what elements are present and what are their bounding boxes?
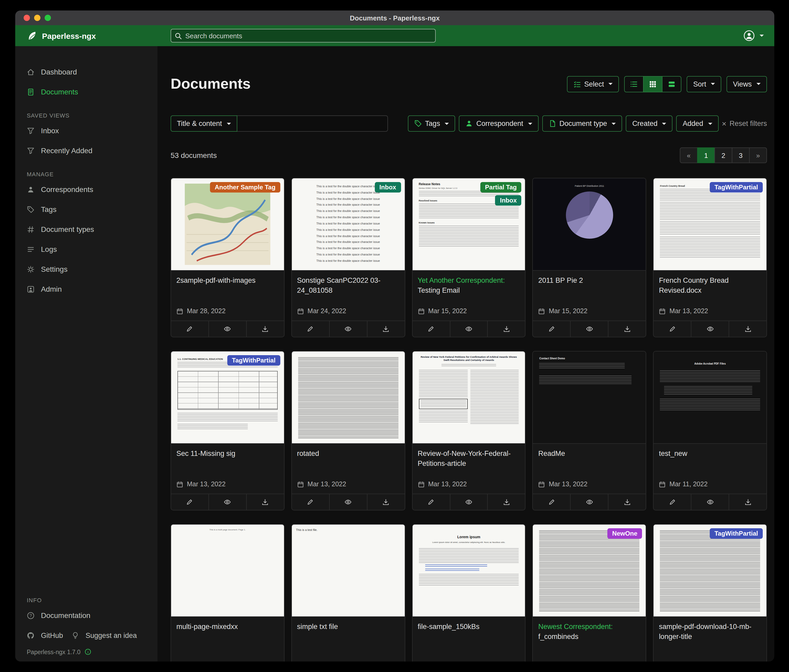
view-document-button[interactable] (450, 494, 487, 510)
download-document-button[interactable] (246, 321, 284, 337)
view-document-button[interactable] (691, 494, 728, 510)
view-document-button[interactable] (691, 321, 728, 337)
tag-badge[interactable]: Another Sample Tag (210, 182, 280, 193)
document-thumbnail[interactable]: Review of New York Federal Petitions for… (412, 352, 525, 444)
document-correspondent[interactable]: Yet Another Correspondent: (418, 277, 505, 284)
download-document-button[interactable] (487, 321, 525, 337)
sidebar-item-dashboard[interactable]: Dashboard (15, 62, 158, 82)
document-thumbnail[interactable]: Another Sample Tag (171, 178, 284, 271)
document-title[interactable]: simple txt file (297, 622, 399, 644)
document-title[interactable]: rotated (297, 449, 399, 471)
reset-filters-button[interactable]: × Reset filters (722, 119, 767, 127)
document-thumbnail[interactable]: Patient BP Distribution 2011 (533, 178, 646, 271)
view-document-button[interactable] (329, 321, 367, 337)
document-title[interactable]: Newest Correspondent: f_combineds (538, 622, 641, 644)
brand[interactable]: Paperless-ngx (15, 30, 158, 41)
tag-badge[interactable]: Inbox (375, 182, 401, 193)
tags-filter-button[interactable]: Tags (408, 115, 455, 132)
search-input[interactable] (171, 29, 436, 43)
select-button[interactable]: Select (567, 76, 619, 92)
added-filter-button[interactable]: Added (676, 115, 719, 132)
tag-badge[interactable]: TagWithPartial (710, 528, 763, 539)
sidebar-item-correspondents[interactable]: Correspondents (15, 179, 158, 199)
created-filter-button[interactable]: Created (626, 115, 673, 132)
pagination-page-2[interactable]: 2 (714, 147, 732, 163)
download-document-button[interactable] (608, 494, 646, 510)
download-document-button[interactable] (487, 494, 525, 510)
download-document-button[interactable] (246, 494, 284, 510)
sort-button[interactable]: Sort (687, 76, 722, 92)
document-thumbnail[interactable]: French Country Bread TagWithPartial (653, 178, 767, 271)
download-document-button[interactable] (367, 321, 404, 337)
view-document-button[interactable] (208, 494, 246, 510)
info-circle-icon[interactable] (85, 648, 92, 655)
document-thumbnail[interactable]: Adobe Acrobat PDF Files (653, 352, 767, 444)
tag-badge[interactable]: Inbox (495, 195, 522, 205)
minimize-window-button[interactable] (34, 15, 40, 21)
document-thumbnail[interactable]: TagWithPartial (653, 525, 767, 617)
sidebar-item-suggest-idea[interactable]: Suggest an idea (71, 625, 137, 645)
user-menu[interactable] (743, 30, 764, 41)
views-button[interactable]: Views (727, 76, 767, 92)
pagination-next[interactable]: » (749, 147, 767, 163)
document-thumbnail[interactable]: This is a multi page document. Page 1. (171, 525, 284, 617)
document-title[interactable]: Yet Another Correspondent: Testing Email (418, 276, 520, 298)
download-document-button[interactable] (728, 494, 767, 510)
edit-document-button[interactable] (412, 321, 450, 337)
sidebar-item-github[interactable]: GitHub (27, 625, 63, 645)
sidebar-item-documents[interactable]: Documents (15, 82, 158, 102)
tag-badge[interactable]: TagWithPartial (227, 355, 280, 366)
pagination-page-3[interactable]: 3 (732, 147, 750, 163)
sidebar-item-recently-added[interactable]: Recently Added (15, 140, 158, 161)
document-title[interactable]: sample-pdf-download-10-mb-longer-title (659, 622, 761, 644)
sidebar-item-admin[interactable]: Admin (15, 279, 158, 299)
view-document-button[interactable] (329, 494, 367, 510)
table-view-button[interactable] (624, 76, 644, 92)
document-thumbnail[interactable]: NewOne (533, 525, 646, 617)
document-title[interactable]: 2011 BP Pie 2 (538, 276, 641, 298)
title-content-input[interactable] (237, 115, 388, 132)
tag-badge[interactable]: Partial Tag (480, 182, 522, 193)
edit-document-button[interactable] (653, 321, 691, 337)
document-thumbnail[interactable]: This is a test for the double space char… (292, 178, 405, 271)
sidebar-item-document-types[interactable]: Document types (15, 219, 158, 239)
document-thumbnail[interactable]: 1.1. CONTINUING MEDICAL EDUCATION TagWit… (171, 352, 284, 444)
edit-document-button[interactable] (412, 494, 450, 510)
document-title[interactable]: file-sample_150kBs (418, 622, 520, 644)
edit-document-button[interactable] (533, 321, 570, 337)
document-thumbnail[interactable]: Lorem ipsum Lorem ipsum dolor sit amet, … (412, 525, 525, 617)
tag-badge[interactable]: NewOne (607, 528, 642, 539)
correspondent-filter-button[interactable]: Correspondent (459, 115, 538, 132)
document-title[interactable]: test_new (659, 449, 761, 471)
edit-document-button[interactable] (653, 494, 691, 510)
document-thumbnail[interactable]: This is a test file. (292, 525, 405, 617)
edit-document-button[interactable] (171, 494, 208, 510)
pagination-prev[interactable]: « (680, 147, 698, 163)
document-thumbnail[interactable] (292, 352, 405, 444)
document-title[interactable]: 2sample-pdf-with-images (176, 276, 279, 298)
edit-document-button[interactable] (292, 494, 329, 510)
title-content-dropdown[interactable]: Title & content (171, 115, 237, 132)
document-thumbnail[interactable]: Contact Sheet Demo (533, 352, 646, 444)
view-document-button[interactable] (208, 321, 246, 337)
view-document-button[interactable] (570, 321, 608, 337)
large-cards-view-button[interactable] (662, 76, 682, 92)
edit-document-button[interactable] (171, 321, 208, 337)
document-title[interactable]: French Country Bread Revised.docx (659, 276, 761, 298)
document-thumbnail[interactable]: Release Notes Simba ODBC Driver for SQL … (412, 178, 525, 271)
pagination-page-1[interactable]: 1 (697, 147, 715, 163)
sidebar-item-tags[interactable]: Tags (15, 199, 158, 219)
grid-view-button[interactable] (643, 76, 663, 92)
document-title[interactable]: multi-page-mixedxx (176, 622, 279, 644)
view-document-button[interactable] (570, 494, 608, 510)
edit-document-button[interactable] (292, 321, 329, 337)
document-correspondent[interactable]: Newest Correspondent: (538, 623, 613, 631)
sidebar-item-settings[interactable]: Settings (15, 259, 158, 279)
document-title[interactable]: Sec 11-Missing sig (176, 449, 279, 471)
document-type-filter-button[interactable]: Document type (542, 115, 622, 132)
sidebar-item-logs[interactable]: Logs (15, 239, 158, 259)
view-document-button[interactable] (450, 321, 487, 337)
document-title[interactable]: ReadMe (538, 449, 641, 471)
tag-badge[interactable]: TagWithPartial (710, 182, 763, 193)
sidebar-item-inbox[interactable]: Inbox (15, 121, 158, 140)
